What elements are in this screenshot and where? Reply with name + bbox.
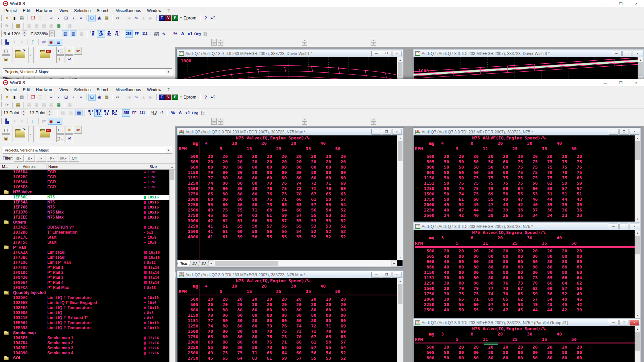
map-cell[interactable]: 75 <box>567 165 582 170</box>
map-cell[interactable]: 20 <box>567 345 582 350</box>
map-cell[interactable]: 53 <box>316 224 331 229</box>
zoom-spinner[interactable]: Z:8238%▲▼ <box>31 31 55 37</box>
map-cell[interactable]: 80 <box>479 350 493 355</box>
map-cell[interactable]: 80 <box>228 307 243 313</box>
map-list-row[interactable]: 1FAF5CStart10x9 <box>0 240 169 245</box>
nav-next-icon[interactable]: › <box>70 15 77 21</box>
binoculars-icon[interactable]: ∞ <box>132 15 140 21</box>
map-cell[interactable]: 52 <box>331 229 346 234</box>
map-cell[interactable]: 80 <box>508 350 523 355</box>
versions-window-button[interactable]: V <box>165 15 171 21</box>
map-cell[interactable]: 62 <box>213 218 228 224</box>
bits-32-button[interactable]: 32 <box>105 30 113 38</box>
map-cell[interactable]: 75 <box>449 181 464 186</box>
map-list-row[interactable]: 1D47D4Smoke map 213x16 <box>0 341 169 346</box>
map-cell[interactable]: 20 <box>567 248 582 254</box>
compare-project-icon[interactable]: ❐ <box>37 15 44 21</box>
map-wizard-alt-icon[interactable]: ✦ <box>18 39 25 46</box>
map-cell[interactable]: 58 <box>257 218 272 224</box>
map-cell[interactable]: 57 <box>302 345 316 350</box>
window-frame-icon[interactable]: ▣ <box>48 39 55 46</box>
map-header-cell[interactable]: 30 <box>518 331 532 337</box>
map-cell[interactable]: 70 <box>523 281 538 286</box>
map-cell[interactable]: 20 <box>316 154 331 159</box>
child-title-bar[interactable]: IOI Audi Q7 (Audi Q7 3.0 TDI 233 MP+EGR … <box>177 50 403 57</box>
map-cell[interactable]: 80 <box>243 191 257 197</box>
map-cell[interactable]: 64 <box>508 186 523 191</box>
map-cell[interactable]: 80 <box>316 313 331 318</box>
map-cell[interactable]: 72 <box>302 323 316 329</box>
map-header-cell[interactable]: 30 <box>518 141 532 146</box>
map-cell[interactable]: 70 <box>316 186 331 191</box>
view-text-icon[interactable]: ▧ <box>62 31 69 37</box>
map-cell[interactable]: 58 <box>243 234 257 240</box>
map-header-cell[interactable] <box>444 331 459 337</box>
map-header-cell[interactable]: 50 <box>326 146 340 152</box>
map-cell[interactable]: 59 <box>552 181 567 186</box>
map-cell[interactable]: 80 <box>302 165 316 170</box>
map-cell[interactable]: 79 <box>198 170 213 175</box>
map-cell[interactable]: 52 <box>331 213 346 218</box>
map-header-cell[interactable] <box>296 284 311 289</box>
map-cell[interactable]: 80 <box>479 259 493 264</box>
map-cell[interactable]: 80 <box>272 318 287 323</box>
map-cell[interactable]: 75 <box>272 186 287 191</box>
map-cell[interactable]: 80 <box>449 254 464 259</box>
map-cell[interactable]: 79 <box>464 286 479 291</box>
map-cell[interactable]: 66 <box>287 197 302 202</box>
link-maps-icon[interactable]: ∾ <box>114 15 121 21</box>
map-cell[interactable]: 80 <box>272 307 287 313</box>
map-cell[interactable]: 70 <box>316 329 331 334</box>
map-cell[interactable]: 49 <box>493 197 508 202</box>
map-cell[interactable]: 36 <box>493 213 508 218</box>
map-cell[interactable]: 58 <box>316 197 331 202</box>
map-cell[interactable]: 20 <box>316 297 331 302</box>
map-list-row[interactable]: 1F8664P° Rail 415x16 <box>0 280 169 285</box>
map-list-row[interactable]: 1D2FEALimit IQ f° Temperature10x10 <box>0 305 169 310</box>
map-cell[interactable]: 73 <box>257 345 272 350</box>
map-cell[interactable]: 54 <box>316 207 331 213</box>
map-cell[interactable]: 71 <box>302 186 316 191</box>
map-cell[interactable]: 80 <box>243 186 257 191</box>
map-cell[interactable]: 80 <box>493 254 508 259</box>
map-cell[interactable]: 80 <box>552 254 567 259</box>
bits-16-button[interactable]: 16 <box>97 30 105 38</box>
map-cell[interactable]: 80 <box>464 270 479 275</box>
child-restore-button[interactable]: ❐ <box>619 320 629 325</box>
map-cell[interactable]: 50 <box>449 165 464 170</box>
chip-verify-icon[interactable]: ▦ <box>48 102 55 108</box>
spinner-up-icon[interactable]: ▲ <box>302 118 307 121</box>
menu-item-miscellaneous[interactable]: Miscellaneous <box>112 87 144 93</box>
import-all-icon[interactable]: ✷ <box>3 94 11 101</box>
map-cell[interactable]: 20 <box>449 345 464 350</box>
map-cell[interactable]: 62 <box>538 181 552 186</box>
spinner-up-icon[interactable]: ▲ <box>218 39 223 42</box>
map-header-cell[interactable]: 25 <box>503 146 518 152</box>
format-hex-button[interactable]: FF <box>130 109 138 117</box>
scroll-up-icon[interactable]: ▲ <box>635 326 640 331</box>
map-cell[interactable]: 74 <box>198 181 213 186</box>
map-cell[interactable]: 20 <box>228 302 243 307</box>
row-layout-icon[interactable]: ≣ <box>55 118 62 125</box>
map-cell[interactable]: 80 <box>331 307 346 313</box>
history-back-icon[interactable]: ◀ <box>125 15 132 21</box>
map-cell[interactable]: 70 <box>538 170 552 175</box>
menu-item-view[interactable]: View <box>56 8 71 14</box>
map-header-cell[interactable] <box>459 241 473 246</box>
bits-32-button[interactable]: 32 <box>102 109 110 117</box>
map-cell[interactable]: 80 <box>213 186 228 191</box>
map-cell[interactable]: 20 <box>228 154 243 159</box>
map-cell[interactable]: 30 <box>434 281 449 286</box>
scrollbar-thumb[interactable] <box>398 284 402 304</box>
map-list-row[interactable]: 1F7E96Limit P° Rail8x12 <box>0 260 169 265</box>
map-cell[interactable]: 80 <box>257 165 272 170</box>
map-cell[interactable]: 20 <box>243 154 257 159</box>
map-header-cell[interactable] <box>222 289 237 294</box>
bits-8-button[interactable]: 8 <box>89 30 97 38</box>
child-close-button[interactable]: × <box>630 224 639 229</box>
map-cell[interactable]: 80 <box>213 191 228 197</box>
map-cell[interactable]: 20 <box>331 159 346 165</box>
map-cell[interactable]: 43 <box>493 202 508 207</box>
map-cell[interactable]: 20 <box>493 154 508 159</box>
map-cell[interactable]: 80 <box>449 259 464 264</box>
